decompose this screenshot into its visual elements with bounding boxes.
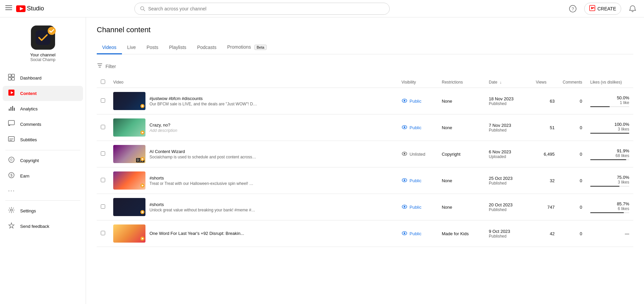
video-cell-v5[interactable]: #shorts Unlock great value without break…	[109, 194, 397, 220]
video-info-v1: #justwow #bfcm #discounts Our BFCM sale …	[149, 96, 393, 106]
views-cell-v1: 63	[532, 88, 559, 114]
help-button[interactable]: ?	[567, 3, 579, 15]
video-cell-v6[interactable]: One Word For Last Year's +92 Disrupt: Br…	[109, 220, 397, 247]
search-icon	[140, 6, 145, 11]
svg-rect-19	[9, 109, 10, 111]
sidebar-item-analytics[interactable]: Analytics	[3, 101, 83, 116]
row-checkbox-cell[interactable]	[97, 220, 109, 247]
video-title-v5: #shorts	[149, 202, 257, 207]
th-restrictions: Restrictions	[438, 77, 485, 88]
sidebar-item-earn[interactable]: $ Earn	[3, 168, 83, 184]
sort-arrow: ↓	[500, 80, 502, 84]
search-bar[interactable]	[134, 3, 390, 15]
svg-rect-10	[593, 7, 595, 8]
top-nav: Studio ? CREATE	[0, 0, 644, 17]
video-title-v6: One Word For Last Year's +92 Disrupt: Br…	[149, 231, 257, 236]
tab-playlists[interactable]: Playlists	[164, 41, 191, 54]
svg-rect-13	[8, 74, 11, 77]
video-desc-v2: Add description	[149, 128, 257, 133]
row-checkbox[interactable]	[101, 125, 105, 129]
create-label: CREATE	[597, 6, 616, 11]
likes-cell-v5: 85.7% 6 likes	[586, 194, 633, 220]
svg-rect-14	[12, 74, 14, 77]
row-checkbox-cell[interactable]	[97, 194, 109, 220]
likes-count-v4: 3 likes	[590, 180, 629, 185]
row-checkbox-cell[interactable]	[97, 88, 109, 114]
th-likes: Likes (vs dislikes)	[586, 77, 633, 88]
views-cell-v4: 32	[532, 167, 559, 194]
sidebar-item-settings[interactable]: Settings	[3, 203, 83, 218]
svg-rect-0	[5, 5, 12, 6]
svg-line-6	[144, 9, 145, 11]
comments-cell-v3: 0	[559, 141, 586, 167]
settings-icon	[8, 207, 15, 215]
sidebar-divider-2	[5, 200, 80, 201]
sidebar-item-copyright[interactable]: © Copyright	[3, 153, 83, 168]
row-checkbox[interactable]	[101, 178, 105, 182]
visibility-cell-v6: Public	[397, 220, 438, 247]
date-main-v3: 6 Nov 2023	[489, 149, 528, 154]
views-cell-v6: 42	[532, 220, 559, 247]
likes-cell-v4: 75.0% 3 likes	[586, 167, 633, 194]
row-checkbox-cell[interactable]	[97, 114, 109, 141]
restrictions-cell-v5: None	[438, 194, 485, 220]
create-button[interactable]: CREATE	[584, 3, 621, 15]
likes-percent-v3: 91.9%	[590, 148, 629, 153]
content-area: Channel content Videos Live Posts Playli…	[86, 17, 644, 304]
date-cell-v2: 7 Nov 2023 Published	[485, 114, 532, 141]
svg-point-40	[403, 126, 405, 128]
select-all-checkbox[interactable]	[101, 80, 105, 84]
likes-cell-v6: —	[586, 220, 633, 247]
sidebar-item-subtitles[interactable]: Subtitles	[3, 132, 83, 147]
filter-icon[interactable]	[97, 62, 103, 70]
filter-label[interactable]: Filter	[105, 64, 116, 69]
video-info-v4: #shorts Treat or Treat with our Hallowee…	[149, 175, 393, 186]
tab-podcasts[interactable]: Podcasts	[192, 41, 222, 54]
likes-cell-v1: 50.0% 1 like	[586, 88, 633, 114]
row-checkbox-cell[interactable]	[97, 167, 109, 194]
sidebar-item-dashboard[interactable]: Dashboard	[3, 70, 83, 86]
sidebar-item-feedback[interactable]: Send feedback	[3, 219, 83, 234]
notifications-button[interactable]	[627, 3, 639, 15]
views-cell-v3: 6,495	[532, 141, 559, 167]
tab-videos[interactable]: Videos	[97, 41, 122, 54]
date-cell-v1: 18 Nov 2023 Published	[485, 88, 532, 114]
dashboard-icon	[8, 74, 15, 82]
video-desc-v4: Treat or Treat with our Halloween-exclus…	[149, 181, 257, 186]
tab-promotions[interactable]: Promotions Beta	[222, 41, 272, 54]
date-cell-v4: 25 Oct 2023 Published	[485, 167, 532, 194]
sidebar-item-comments[interactable]: Comments	[3, 117, 83, 132]
thumbnail-v4	[113, 171, 145, 190]
menu-icon[interactable]	[5, 4, 12, 13]
visibility-cell-v2: Public	[397, 114, 438, 141]
video-cell-v2[interactable]: Crazy, no? Add description	[109, 114, 397, 141]
sidebar-item-content[interactable]: Content	[3, 86, 83, 101]
visibility-cell-v5: Public	[397, 194, 438, 220]
search-input[interactable]	[148, 6, 384, 11]
thumbnail-v1	[113, 92, 145, 110]
date-main-v6: 9 Oct 2023	[489, 229, 528, 234]
th-date[interactable]: Date ↓	[485, 77, 532, 88]
date-cell-v3: 6 Nov 2023 Uploaded	[485, 141, 532, 167]
row-checkbox[interactable]	[101, 151, 105, 156]
row-checkbox[interactable]	[101, 98, 105, 103]
yt-studio-logo[interactable]: Studio	[16, 5, 44, 12]
row-checkbox[interactable]	[101, 231, 105, 235]
row-checkbox[interactable]	[101, 204, 105, 209]
video-cell-v1[interactable]: #justwow #bfcm #discounts Our BFCM sale …	[109, 88, 397, 114]
visibility-cell-v1: Public	[397, 88, 438, 114]
video-cell-v3[interactable]: 0:21 AI Content Wizard Socialchamp is us…	[109, 141, 397, 167]
views-cell-v2: 51	[532, 114, 559, 141]
date-cell-v5: 20 Oct 2023 Published	[485, 194, 532, 220]
th-views: Views	[532, 77, 559, 88]
restrictions-cell-v4: None	[438, 167, 485, 194]
tab-live[interactable]: Live	[122, 41, 141, 54]
likes-cell-v2: 100.0% 3 likes	[586, 114, 633, 141]
likes-count-v3: 68 likes	[590, 153, 629, 158]
verified-icon	[47, 26, 56, 36]
tab-posts[interactable]: Posts	[141, 41, 164, 54]
sidebar-item-more-dots[interactable]: ···	[3, 184, 83, 198]
row-checkbox-cell[interactable]	[97, 141, 109, 167]
sidebar-item-label: Dashboard	[20, 75, 42, 81]
video-cell-v4[interactable]: #shorts Treat or Treat with our Hallowee…	[109, 167, 397, 194]
